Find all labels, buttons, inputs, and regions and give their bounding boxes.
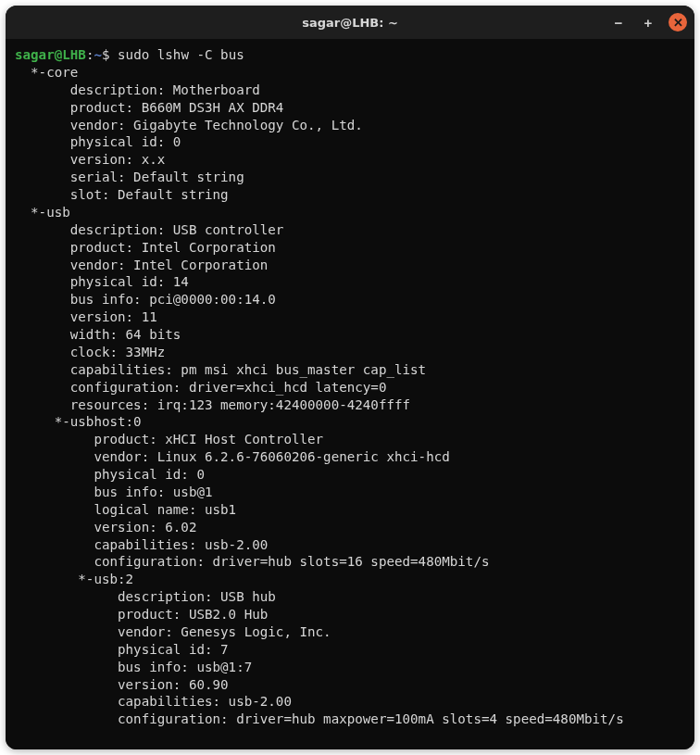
command-output: *-core description: Motherboard product:…: [15, 64, 685, 728]
output-line: *-usbhost:0: [15, 413, 685, 431]
output-line: bus info: usb@1: [15, 484, 685, 501]
output-line: physical id: 7: [15, 641, 685, 659]
output-line: description: USB controller: [15, 221, 685, 239]
output-line: capabilities: pm msi xhci bus_master cap…: [15, 361, 685, 379]
command-text: sudo lshw -C bus: [118, 47, 244, 62]
output-line: vendor: Intel Corporation: [15, 257, 685, 274]
output-line: vendor: Genesys Logic, Inc.: [15, 623, 685, 641]
output-line: slot: Default string: [15, 186, 685, 204]
prompt-user-host: sagar@LHB: [15, 47, 86, 62]
output-line: vendor: Linux 6.2.6-76060206-generic xhc…: [15, 448, 685, 466]
output-line: logical name: usb1: [15, 501, 685, 519]
output-line: product: B660M DS3H AX DDR4: [15, 99, 685, 117]
output-line: bus info: pci@0000:00:14.0: [15, 291, 685, 308]
terminal-window: sagar@LHB: ~ − + ✕ sagar@LHB:~$ sudo lsh…: [6, 6, 694, 749]
output-line: version: x.x: [15, 151, 685, 169]
output-line: physical id: 14: [15, 273, 685, 291]
output-line: version: 60.90: [15, 676, 685, 694]
minimize-button[interactable]: −: [609, 13, 628, 31]
prompt-dollar: $: [102, 47, 118, 62]
output-line: clock: 33MHz: [15, 344, 685, 361]
output-line: bus info: usb@1:7: [15, 659, 685, 676]
output-line: configuration: driver=hub maxpower=100mA…: [15, 711, 685, 728]
output-line: configuration: driver=hub slots=16 speed…: [15, 553, 685, 571]
maximize-button[interactable]: +: [639, 13, 657, 31]
output-line: serial: Default string: [15, 169, 685, 186]
output-line: capabilities: usb-2.00: [15, 693, 685, 711]
output-line: width: 64 bits: [15, 326, 685, 344]
prompt-path: ~: [94, 47, 102, 62]
output-line: *-usb: [15, 204, 685, 221]
output-line: product: USB2.0 Hub: [15, 606, 685, 623]
output-line: product: Intel Corporation: [15, 239, 685, 257]
output-line: *-usb:2: [15, 571, 685, 588]
output-line: configuration: driver=xhci_hcd latency=0: [15, 379, 685, 396]
output-line: version: 11: [15, 308, 685, 326]
window-title: sagar@LHB: ~: [302, 16, 398, 30]
terminal-body[interactable]: sagar@LHB:~$ sudo lshw -C bus *-core des…: [6, 39, 694, 749]
prompt-line: sagar@LHB:~$ sudo lshw -C bus: [15, 46, 685, 64]
output-line: version: 6.02: [15, 519, 685, 536]
titlebar: sagar@LHB: ~ − + ✕: [6, 6, 694, 39]
output-line: description: Motherboard: [15, 82, 685, 99]
output-line: product: xHCI Host Controller: [15, 431, 685, 448]
output-line: vendor: Gigabyte Technology Co., Ltd.: [15, 117, 685, 134]
window-controls: − + ✕: [609, 13, 687, 31]
output-line: physical id: 0: [15, 133, 685, 151]
output-line: capabilities: usb-2.00: [15, 536, 685, 554]
output-line: resources: irq:123 memory:42400000-4240f…: [15, 396, 685, 414]
output-line: description: USB hub: [15, 588, 685, 606]
close-button[interactable]: ✕: [669, 13, 687, 31]
output-line: *-core: [15, 64, 685, 82]
output-line: physical id: 0: [15, 466, 685, 484]
